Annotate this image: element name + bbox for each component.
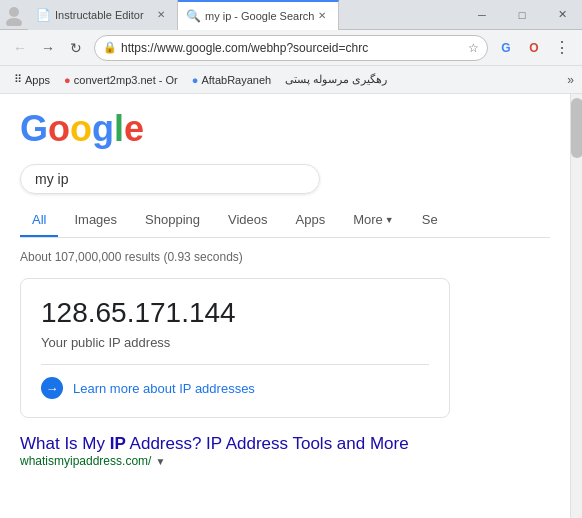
tab-images[interactable]: Images xyxy=(62,204,129,237)
ip-result-card: 128.65.171.144 Your public IP address → … xyxy=(20,278,450,418)
search-input[interactable]: my ip xyxy=(35,171,305,187)
scrollbar-track[interactable] xyxy=(570,94,582,518)
lock-icon: 🔒 xyxy=(103,41,117,54)
bookmark-aftab-label: AftabRayaneh xyxy=(201,74,271,86)
learn-more-circle-icon: → xyxy=(41,377,63,399)
bookmark-star-icon[interactable]: ☆ xyxy=(468,41,479,55)
learn-more-text: Learn more about IP addresses xyxy=(73,381,255,396)
result-url: whatismyipaddress.com/ ▼ xyxy=(20,454,520,468)
navigation-bar: ← → ↻ 🔒 https://www.google.com/webhp?sou… xyxy=(0,30,582,66)
tab-google[interactable]: 🔍 my ip - Google Search ✕ xyxy=(178,0,339,30)
logo-letter-g: G xyxy=(20,108,48,149)
logo-letter-o1: o xyxy=(48,108,70,149)
aftab-icon: ● xyxy=(192,74,199,86)
tab-instructable-close[interactable]: ✕ xyxy=(153,7,169,23)
address-text: https://www.google.com/webhp?sourceid=ch… xyxy=(121,41,464,55)
tab-more[interactable]: More ▼ xyxy=(341,204,406,237)
tab-search-tools[interactable]: Se xyxy=(410,204,450,237)
bookmarks-bar: ⠿ Apps ● convert2mp3.net - Or ● AftabRay… xyxy=(0,66,582,94)
tab-all[interactable]: All xyxy=(20,204,58,237)
logo-letter-g2: g xyxy=(92,108,114,149)
learn-more-link[interactable]: → Learn more about IP addresses xyxy=(41,364,429,399)
tab-google-icon: 🔍 xyxy=(186,9,200,23)
maximize-button[interactable]: □ xyxy=(502,0,542,30)
search-box-container: my ip xyxy=(20,164,550,194)
ip-subtitle: Your public IP address xyxy=(41,335,429,350)
learn-more-arrow-icon: → xyxy=(46,381,59,396)
tab-more-dropdown-icon: ▼ xyxy=(385,215,394,225)
convert2mp3-icon: ● xyxy=(64,74,71,86)
tab-videos[interactable]: Videos xyxy=(216,204,280,237)
search-tabs: All Images Shopping Videos Apps More ▼ S… xyxy=(20,204,550,238)
search-input-wrapper[interactable]: my ip xyxy=(20,164,320,194)
back-button[interactable]: ← xyxy=(6,34,34,62)
result-url-dropdown-icon[interactable]: ▼ xyxy=(155,456,165,467)
bookmark-aftab[interactable]: ● AftabRayaneh xyxy=(186,72,277,88)
bookmark-postal[interactable]: رهگیری مرسوله پستی xyxy=(279,71,393,88)
results-info: About 107,000,000 results (0.93 seconds) xyxy=(20,250,550,264)
google-logo: Google xyxy=(20,108,550,150)
bookmark-apps[interactable]: ⠿ Apps xyxy=(8,71,56,88)
office-extension-icon[interactable]: O xyxy=(520,34,548,62)
result-url-text: whatismyipaddress.com/ xyxy=(20,454,151,468)
browser-content: Google my ip All Images Shopping Videos … xyxy=(0,94,582,518)
ip-address: 128.65.171.144 xyxy=(41,297,429,329)
bookmark-convert2mp3[interactable]: ● convert2mp3.net - Or xyxy=(58,72,184,88)
tab-google-close[interactable]: ✕ xyxy=(314,8,330,24)
page-content: Google my ip All Images Shopping Videos … xyxy=(0,94,570,518)
bookmark-postal-label: رهگیری مرسوله پستی xyxy=(285,73,387,86)
tab-instructable-title: Instructable Editor xyxy=(55,9,153,21)
bookmark-convert2mp3-label: convert2mp3.net - Or xyxy=(74,74,178,86)
tab-shopping[interactable]: Shopping xyxy=(133,204,212,237)
tab-more-label: More xyxy=(353,212,383,227)
bookmark-apps-label: Apps xyxy=(25,74,50,86)
scrollbar-thumb[interactable] xyxy=(571,98,582,158)
logo-letter-e: e xyxy=(124,108,144,149)
menu-button[interactable]: ⋮ xyxy=(548,34,576,62)
reload-button[interactable]: ↻ xyxy=(62,34,90,62)
title-bar: 📄 Instructable Editor ✕ 🔍 my ip - Google… xyxy=(0,0,582,30)
logo-letter-l: l xyxy=(114,108,124,149)
tab-instructable[interactable]: 📄 Instructable Editor ✕ xyxy=(28,0,178,30)
tab-instructable-icon: 📄 xyxy=(36,8,50,22)
tab-apps[interactable]: Apps xyxy=(284,204,338,237)
forward-button[interactable]: → xyxy=(34,34,62,62)
result-title[interactable]: What Is My IP Address? IP Address Tools … xyxy=(20,434,520,454)
organic-result: What Is My IP Address? IP Address Tools … xyxy=(20,434,520,468)
svg-point-1 xyxy=(6,18,22,26)
close-button[interactable]: ✕ xyxy=(542,0,582,30)
logo-letter-o2: o xyxy=(70,108,92,149)
bookmarks-more-button[interactable]: » xyxy=(567,73,574,87)
minimize-button[interactable]: ─ xyxy=(462,0,502,30)
svg-point-0 xyxy=(9,7,19,17)
google-translate-icon[interactable]: G xyxy=(492,34,520,62)
google-search-page: Google my ip All Images Shopping Videos … xyxy=(0,94,570,478)
apps-grid-icon: ⠿ xyxy=(14,73,22,86)
window-controls: ─ □ ✕ xyxy=(462,0,582,30)
address-bar[interactable]: 🔒 https://www.google.com/webhp?sourceid=… xyxy=(94,35,488,61)
user-profile-icon[interactable] xyxy=(0,1,28,29)
result-title-text: What Is My IP Address? IP Address Tools … xyxy=(20,434,409,453)
tab-google-title: my ip - Google Search xyxy=(205,10,314,22)
